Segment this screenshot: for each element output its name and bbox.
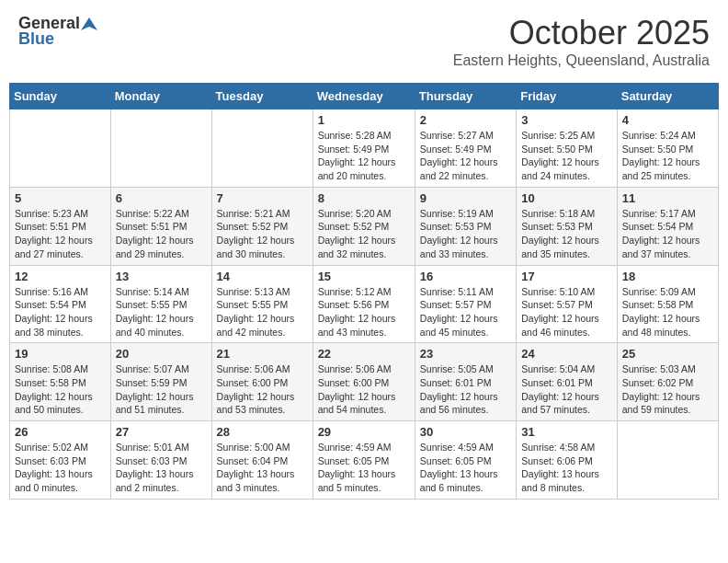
day-number: 5	[15, 191, 106, 205]
calendar-cell: 23Sunrise: 5:05 AM Sunset: 6:01 PM Dayli…	[415, 343, 516, 421]
calendar-cell: 11Sunrise: 5:17 AM Sunset: 5:54 PM Dayli…	[617, 187, 718, 265]
day-info: Sunrise: 5:21 AM Sunset: 5:52 PM Dayligh…	[217, 207, 308, 261]
day-number: 21	[217, 347, 308, 361]
calendar-cell: 21Sunrise: 5:06 AM Sunset: 6:00 PM Dayli…	[211, 343, 313, 421]
weekday-header-monday: Monday	[110, 84, 211, 109]
calendar-cell: 25Sunrise: 5:03 AM Sunset: 6:02 PM Dayli…	[617, 343, 718, 421]
day-number: 3	[521, 113, 612, 127]
day-number: 15	[318, 270, 410, 283]
calendar-cell	[211, 109, 313, 188]
calendar-cell: 4Sunrise: 5:24 AM Sunset: 5:50 PM Daylig…	[617, 109, 718, 188]
day-info: Sunrise: 5:18 AM Sunset: 5:53 PM Dayligh…	[521, 207, 612, 261]
day-number: 20	[116, 347, 207, 361]
calendar-cell: 28Sunrise: 5:00 AM Sunset: 6:04 PM Dayli…	[211, 421, 313, 500]
calendar-cell: 30Sunrise: 4:59 AM Sunset: 6:05 PM Dayli…	[415, 421, 516, 500]
day-number: 7	[217, 191, 308, 205]
calendar-cell: 8Sunrise: 5:20 AM Sunset: 5:52 PM Daylig…	[313, 187, 415, 265]
calendar-cell: 22Sunrise: 5:06 AM Sunset: 6:00 PM Dayli…	[313, 343, 415, 421]
calendar-cell: 12Sunrise: 5:16 AM Sunset: 5:54 PM Dayli…	[10, 265, 111, 343]
calendar-cell: 24Sunrise: 5:04 AM Sunset: 6:01 PM Dayli…	[517, 343, 618, 421]
day-number: 19	[15, 347, 106, 361]
day-number: 14	[217, 270, 308, 283]
day-number: 29	[318, 425, 410, 439]
day-number: 1	[318, 113, 410, 127]
calendar-cell	[617, 421, 718, 500]
calendar-cell: 26Sunrise: 5:02 AM Sunset: 6:03 PM Dayli…	[10, 421, 111, 500]
day-number: 2	[420, 113, 511, 127]
calendar-cell: 9Sunrise: 5:19 AM Sunset: 5:53 PM Daylig…	[415, 187, 516, 265]
calendar-cell: 14Sunrise: 5:13 AM Sunset: 5:55 PM Dayli…	[211, 265, 313, 343]
calendar-table: SundayMondayTuesdayWednesdayThursdayFrid…	[9, 83, 719, 500]
day-info: Sunrise: 5:05 AM Sunset: 6:01 PM Dayligh…	[420, 362, 511, 417]
calendar-cell: 2Sunrise: 5:27 AM Sunset: 5:49 PM Daylig…	[415, 109, 516, 188]
day-number: 18	[622, 270, 713, 283]
day-info: Sunrise: 5:03 AM Sunset: 6:02 PM Dayligh…	[622, 362, 713, 417]
day-info: Sunrise: 4:58 AM Sunset: 6:06 PM Dayligh…	[521, 441, 612, 495]
day-number: 8	[318, 191, 410, 205]
day-info: Sunrise: 5:04 AM Sunset: 6:01 PM Dayligh…	[521, 362, 612, 417]
day-info: Sunrise: 5:27 AM Sunset: 5:49 PM Dayligh…	[420, 129, 511, 183]
calendar-cell: 15Sunrise: 5:12 AM Sunset: 5:56 PM Dayli…	[313, 265, 415, 343]
calendar-cell: 5Sunrise: 5:23 AM Sunset: 5:51 PM Daylig…	[10, 187, 111, 265]
day-number: 24	[521, 347, 612, 361]
day-number: 11	[622, 191, 713, 205]
calendar-week-5: 26Sunrise: 5:02 AM Sunset: 6:03 PM Dayli…	[10, 421, 719, 500]
weekday-header-sunday: Sunday	[10, 84, 111, 109]
logo-bird-icon	[81, 16, 97, 32]
day-info: Sunrise: 5:13 AM Sunset: 5:55 PM Dayligh…	[217, 285, 308, 339]
day-number: 22	[318, 347, 410, 361]
calendar-week-2: 5Sunrise: 5:23 AM Sunset: 5:51 PM Daylig…	[10, 187, 719, 265]
day-info: Sunrise: 5:20 AM Sunset: 5:52 PM Dayligh…	[318, 207, 410, 261]
day-info: Sunrise: 5:06 AM Sunset: 6:00 PM Dayligh…	[318, 362, 410, 417]
weekday-header-saturday: Saturday	[617, 84, 718, 109]
calendar-week-4: 19Sunrise: 5:08 AM Sunset: 5:58 PM Dayli…	[10, 343, 719, 421]
calendar-week-3: 12Sunrise: 5:16 AM Sunset: 5:54 PM Dayli…	[10, 265, 719, 343]
day-number: 30	[420, 425, 511, 439]
day-info: Sunrise: 5:22 AM Sunset: 5:51 PM Dayligh…	[116, 207, 207, 261]
day-number: 6	[116, 191, 207, 205]
day-info: Sunrise: 5:01 AM Sunset: 6:03 PM Dayligh…	[116, 441, 207, 495]
weekday-header-row: SundayMondayTuesdayWednesdayThursdayFrid…	[10, 84, 719, 109]
calendar-cell: 27Sunrise: 5:01 AM Sunset: 6:03 PM Dayli…	[110, 421, 211, 500]
day-info: Sunrise: 5:02 AM Sunset: 6:03 PM Dayligh…	[15, 441, 106, 495]
day-info: Sunrise: 4:59 AM Sunset: 6:05 PM Dayligh…	[318, 441, 410, 495]
calendar-cell: 31Sunrise: 4:58 AM Sunset: 6:06 PM Dayli…	[517, 421, 618, 500]
day-number: 12	[15, 270, 106, 283]
day-info: Sunrise: 5:16 AM Sunset: 5:54 PM Dayligh…	[15, 285, 106, 339]
day-info: Sunrise: 5:14 AM Sunset: 5:55 PM Dayligh…	[116, 285, 207, 339]
calendar-cell: 3Sunrise: 5:25 AM Sunset: 5:50 PM Daylig…	[517, 109, 618, 188]
calendar-cell: 13Sunrise: 5:14 AM Sunset: 5:55 PM Dayli…	[110, 265, 211, 343]
calendar-cell: 19Sunrise: 5:08 AM Sunset: 5:58 PM Dayli…	[10, 343, 111, 421]
calendar-cell: 1Sunrise: 5:28 AM Sunset: 5:49 PM Daylig…	[313, 109, 415, 188]
svg-marker-0	[81, 17, 97, 30]
title-block: October 2025 Eastern Heights, Queensland…	[453, 14, 710, 69]
month-title: October 2025	[453, 14, 710, 52]
day-info: Sunrise: 5:19 AM Sunset: 5:53 PM Dayligh…	[420, 207, 511, 261]
page-header: General Blue October 2025 Eastern Height…	[9, 9, 719, 74]
calendar-cell: 10Sunrise: 5:18 AM Sunset: 5:53 PM Dayli…	[517, 187, 618, 265]
location-title: Eastern Heights, Queensland, Australia	[453, 52, 710, 69]
calendar-cell: 6Sunrise: 5:22 AM Sunset: 5:51 PM Daylig…	[110, 187, 211, 265]
logo: General Blue	[18, 14, 97, 49]
day-number: 25	[622, 347, 713, 361]
day-number: 27	[116, 425, 207, 439]
calendar-cell: 20Sunrise: 5:07 AM Sunset: 5:59 PM Dayli…	[110, 343, 211, 421]
day-info: Sunrise: 5:00 AM Sunset: 6:04 PM Dayligh…	[217, 441, 308, 495]
day-info: Sunrise: 5:17 AM Sunset: 5:54 PM Dayligh…	[622, 207, 713, 261]
logo-blue-text: Blue	[18, 29, 54, 49]
day-number: 13	[116, 270, 207, 283]
calendar-cell	[110, 109, 211, 188]
day-info: Sunrise: 4:59 AM Sunset: 6:05 PM Dayligh…	[420, 441, 511, 495]
day-number: 10	[521, 191, 612, 205]
day-number: 28	[217, 425, 308, 439]
calendar-cell: 18Sunrise: 5:09 AM Sunset: 5:58 PM Dayli…	[617, 265, 718, 343]
day-number: 9	[420, 191, 511, 205]
calendar-cell	[10, 109, 111, 188]
day-info: Sunrise: 5:23 AM Sunset: 5:51 PM Dayligh…	[15, 207, 106, 261]
weekday-header-friday: Friday	[517, 84, 618, 109]
day-number: 4	[622, 113, 713, 127]
day-info: Sunrise: 5:10 AM Sunset: 5:57 PM Dayligh…	[521, 285, 612, 339]
day-info: Sunrise: 5:24 AM Sunset: 5:50 PM Dayligh…	[622, 129, 713, 183]
calendar-week-1: 1Sunrise: 5:28 AM Sunset: 5:49 PM Daylig…	[10, 109, 719, 188]
calendar-cell: 29Sunrise: 4:59 AM Sunset: 6:05 PM Dayli…	[313, 421, 415, 500]
